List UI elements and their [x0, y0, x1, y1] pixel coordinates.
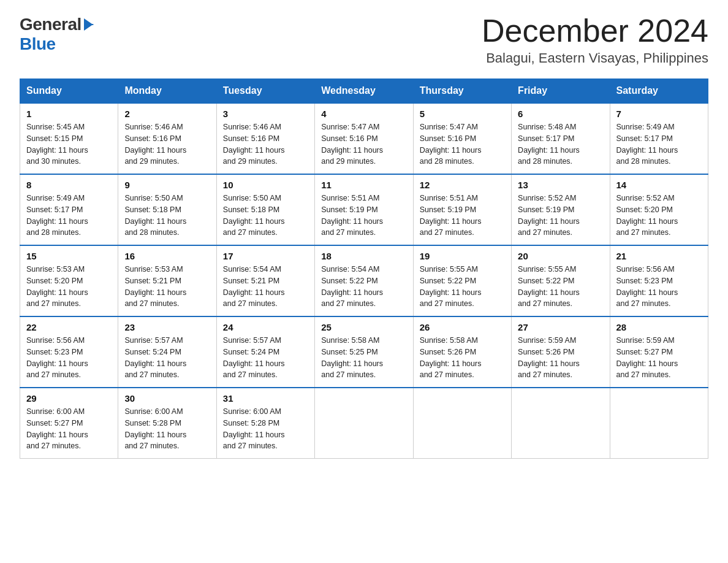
day-info: Sunrise: 5:54 AM Sunset: 5:22 PM Dayligh…: [321, 264, 406, 310]
day-info: Sunrise: 5:51 AM Sunset: 5:19 PM Dayligh…: [321, 193, 406, 239]
day-number: 13: [518, 180, 603, 190]
day-info: Sunrise: 5:57 AM Sunset: 5:24 PM Dayligh…: [124, 335, 210, 381]
day-number: 9: [124, 180, 210, 190]
day-info: Sunrise: 5:58 AM Sunset: 5:25 PM Dayligh…: [321, 335, 406, 381]
calendar-cell: 6 Sunrise: 5:48 AM Sunset: 5:17 PM Dayli…: [512, 103, 610, 174]
column-header-saturday: Saturday: [610, 79, 708, 104]
day-info: Sunrise: 6:00 AM Sunset: 5:27 PM Dayligh…: [26, 406, 112, 452]
calendar-cell: 8 Sunrise: 5:49 AM Sunset: 5:17 PM Dayli…: [20, 174, 118, 245]
calendar-cell: 2 Sunrise: 5:46 AM Sunset: 5:16 PM Dayli…: [118, 103, 216, 174]
day-info: Sunrise: 5:46 AM Sunset: 5:16 PM Dayligh…: [223, 121, 308, 167]
calendar-cell: 24 Sunrise: 5:57 AM Sunset: 5:24 PM Dayl…: [216, 316, 314, 388]
calendar-cell: 4 Sunrise: 5:47 AM Sunset: 5:16 PM Dayli…: [315, 103, 413, 174]
day-number: 8: [26, 180, 112, 190]
day-info: Sunrise: 5:54 AM Sunset: 5:21 PM Dayligh…: [223, 264, 308, 310]
calendar-cell: 21 Sunrise: 5:56 AM Sunset: 5:23 PM Dayl…: [610, 245, 708, 316]
day-number: 16: [124, 251, 210, 261]
calendar-cell: 27 Sunrise: 5:59 AM Sunset: 5:26 PM Dayl…: [512, 316, 610, 388]
calendar-cell: 10 Sunrise: 5:50 AM Sunset: 5:18 PM Dayl…: [216, 174, 314, 245]
day-number: 30: [124, 393, 210, 404]
day-info: Sunrise: 6:00 AM Sunset: 5:28 PM Dayligh…: [223, 406, 308, 452]
calendar-cell: 1 Sunrise: 5:45 AM Sunset: 5:15 PM Dayli…: [20, 103, 118, 174]
calendar-cell: 12 Sunrise: 5:51 AM Sunset: 5:19 PM Dayl…: [413, 174, 511, 245]
calendar-cell: 25 Sunrise: 5:58 AM Sunset: 5:25 PM Dayl…: [315, 316, 413, 388]
day-number: 12: [420, 180, 505, 190]
calendar-cell: 9 Sunrise: 5:50 AM Sunset: 5:18 PM Dayli…: [118, 174, 216, 245]
column-header-monday: Monday: [118, 79, 216, 104]
column-header-sunday: Sunday: [20, 79, 118, 104]
day-number: 26: [420, 322, 505, 332]
day-info: Sunrise: 5:59 AM Sunset: 5:26 PM Dayligh…: [518, 335, 603, 381]
day-number: 27: [518, 322, 603, 332]
logo-blue-text: Blue: [20, 34, 56, 54]
day-info: Sunrise: 6:00 AM Sunset: 5:28 PM Dayligh…: [124, 406, 210, 452]
calendar-cell: 28 Sunrise: 5:59 AM Sunset: 5:27 PM Dayl…: [610, 316, 708, 388]
day-number: 10: [223, 180, 308, 190]
logo: General Blue: [20, 15, 94, 54]
day-info: Sunrise: 5:55 AM Sunset: 5:22 PM Dayligh…: [420, 264, 505, 310]
day-number: 28: [616, 322, 702, 332]
calendar-week-row: 15 Sunrise: 5:53 AM Sunset: 5:20 PM Dayl…: [20, 245, 708, 316]
calendar-cell: 11 Sunrise: 5:51 AM Sunset: 5:19 PM Dayl…: [315, 174, 413, 245]
day-info: Sunrise: 5:59 AM Sunset: 5:27 PM Dayligh…: [616, 335, 702, 381]
day-number: 24: [223, 322, 308, 332]
calendar-week-row: 8 Sunrise: 5:49 AM Sunset: 5:17 PM Dayli…: [20, 174, 708, 245]
calendar-cell: 22 Sunrise: 5:56 AM Sunset: 5:23 PM Dayl…: [20, 316, 118, 388]
day-number: 31: [223, 393, 308, 404]
calendar-cell: 31 Sunrise: 6:00 AM Sunset: 5:28 PM Dayl…: [216, 388, 314, 459]
day-info: Sunrise: 5:50 AM Sunset: 5:18 PM Dayligh…: [223, 193, 308, 239]
calendar-cell: 30 Sunrise: 6:00 AM Sunset: 5:28 PM Dayl…: [118, 388, 216, 459]
day-number: 18: [321, 251, 406, 261]
day-number: 7: [616, 109, 702, 119]
calendar-cell: [610, 388, 708, 459]
day-number: 21: [616, 251, 702, 261]
day-info: Sunrise: 5:50 AM Sunset: 5:18 PM Dayligh…: [124, 193, 210, 239]
day-number: 17: [223, 251, 308, 261]
calendar-cell: 20 Sunrise: 5:55 AM Sunset: 5:22 PM Dayl…: [512, 245, 610, 316]
calendar-cell: 14 Sunrise: 5:52 AM Sunset: 5:20 PM Dayl…: [610, 174, 708, 245]
day-info: Sunrise: 5:58 AM Sunset: 5:26 PM Dayligh…: [420, 335, 505, 381]
day-info: Sunrise: 5:47 AM Sunset: 5:16 PM Dayligh…: [420, 121, 505, 167]
calendar-week-row: 29 Sunrise: 6:00 AM Sunset: 5:27 PM Dayl…: [20, 388, 708, 459]
calendar-cell: 18 Sunrise: 5:54 AM Sunset: 5:22 PM Dayl…: [315, 245, 413, 316]
calendar-table: SundayMondayTuesdayWednesdayThursdayFrid…: [20, 79, 708, 459]
column-header-friday: Friday: [512, 79, 610, 104]
day-number: 6: [518, 109, 603, 119]
calendar-cell: 15 Sunrise: 5:53 AM Sunset: 5:20 PM Dayl…: [20, 245, 118, 316]
day-number: 23: [124, 322, 210, 332]
column-header-wednesday: Wednesday: [315, 79, 413, 104]
calendar-cell: 29 Sunrise: 6:00 AM Sunset: 5:27 PM Dayl…: [20, 388, 118, 459]
calendar-cell: 13 Sunrise: 5:52 AM Sunset: 5:19 PM Dayl…: [512, 174, 610, 245]
day-info: Sunrise: 5:56 AM Sunset: 5:23 PM Dayligh…: [616, 264, 702, 310]
calendar-cell: 7 Sunrise: 5:49 AM Sunset: 5:17 PM Dayli…: [610, 103, 708, 174]
calendar-cell: 17 Sunrise: 5:54 AM Sunset: 5:21 PM Dayl…: [216, 245, 314, 316]
day-number: 2: [124, 109, 210, 119]
day-info: Sunrise: 5:51 AM Sunset: 5:19 PM Dayligh…: [420, 193, 505, 239]
day-info: Sunrise: 5:53 AM Sunset: 5:21 PM Dayligh…: [124, 264, 210, 310]
day-info: Sunrise: 5:53 AM Sunset: 5:20 PM Dayligh…: [26, 264, 112, 310]
day-info: Sunrise: 5:49 AM Sunset: 5:17 PM Dayligh…: [26, 193, 112, 239]
calendar-cell: 16 Sunrise: 5:53 AM Sunset: 5:21 PM Dayl…: [118, 245, 216, 316]
calendar-week-row: 1 Sunrise: 5:45 AM Sunset: 5:15 PM Dayli…: [20, 103, 708, 174]
day-info: Sunrise: 5:57 AM Sunset: 5:24 PM Dayligh…: [223, 335, 308, 381]
column-header-thursday: Thursday: [413, 79, 511, 104]
calendar-cell: [315, 388, 413, 459]
calendar-cell: 5 Sunrise: 5:47 AM Sunset: 5:16 PM Dayli…: [413, 103, 511, 174]
calendar-cell: 26 Sunrise: 5:58 AM Sunset: 5:26 PM Dayl…: [413, 316, 511, 388]
day-info: Sunrise: 5:47 AM Sunset: 5:16 PM Dayligh…: [321, 121, 406, 167]
calendar-cell: [413, 388, 511, 459]
page-header: General Blue December 2024 Balagui, East…: [20, 15, 708, 66]
day-number: 22: [26, 322, 112, 332]
calendar-cell: 3 Sunrise: 5:46 AM Sunset: 5:16 PM Dayli…: [216, 103, 314, 174]
day-info: Sunrise: 5:56 AM Sunset: 5:23 PM Dayligh…: [26, 335, 112, 381]
day-number: 19: [420, 251, 505, 261]
calendar-cell: 19 Sunrise: 5:55 AM Sunset: 5:22 PM Dayl…: [413, 245, 511, 316]
calendar-cell: 23 Sunrise: 5:57 AM Sunset: 5:24 PM Dayl…: [118, 316, 216, 388]
day-number: 1: [26, 109, 112, 119]
day-number: 5: [420, 109, 505, 119]
day-info: Sunrise: 5:46 AM Sunset: 5:16 PM Dayligh…: [124, 121, 210, 167]
calendar-week-row: 22 Sunrise: 5:56 AM Sunset: 5:23 PM Dayl…: [20, 316, 708, 388]
day-number: 11: [321, 180, 406, 190]
location-subtitle: Balagui, Eastern Visayas, Philippines: [482, 50, 708, 66]
day-number: 14: [616, 180, 702, 190]
